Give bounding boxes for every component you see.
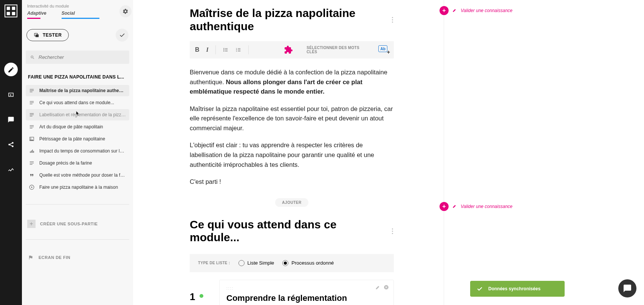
nav-item[interactable]: Quelle est votre méthode pour doser la f… xyxy=(26,169,129,181)
block1-body[interactable]: Bienvenue dans ce module dédié à la conf… xyxy=(190,68,394,187)
search-icon xyxy=(30,55,35,60)
nav-item-label: Faire une pizza napolitaine à la maison xyxy=(39,185,118,190)
svg-rect-11 xyxy=(30,92,33,92)
add-block-button[interactable]: AJOUTER xyxy=(275,198,308,207)
rail-edit-button[interactable] xyxy=(4,63,18,76)
nav-item-label: Pétrissage de la pâte napolitaine xyxy=(39,136,105,142)
chat-icon xyxy=(623,284,632,293)
svg-rect-36 xyxy=(225,51,228,51)
svg-rect-34 xyxy=(225,49,228,50)
search-input[interactable] xyxy=(39,54,125,60)
flag-icon xyxy=(28,255,33,260)
svg-point-5 xyxy=(12,142,14,144)
nav-item-icon xyxy=(29,136,35,142)
chat-launcher-button[interactable] xyxy=(618,279,636,297)
nav-item-icon xyxy=(29,100,35,105)
radio-ordered-process[interactable]: Processus ordonné xyxy=(282,260,334,266)
rail-share-button[interactable] xyxy=(4,137,18,151)
nav-item[interactable]: Faire une pizza napolitaine à la maison xyxy=(26,182,129,193)
svg-rect-1 xyxy=(12,7,15,10)
nav-item[interactable]: Art du disque de pâte napolitain xyxy=(26,121,129,132)
edit-step-icon[interactable] xyxy=(375,285,381,290)
svg-rect-16 xyxy=(30,114,34,115)
nav-item-icon xyxy=(29,185,35,190)
svg-rect-8 xyxy=(36,34,39,37)
svg-rect-15 xyxy=(30,113,34,114)
pen-icon xyxy=(452,203,457,210)
svg-rect-13 xyxy=(30,102,34,103)
interactivity-label: Interactivité du module xyxy=(26,3,129,9)
nav-item[interactable]: Maîtrise de la pizza napolitaine authent… xyxy=(26,85,129,96)
italic-button[interactable]: I xyxy=(206,46,209,53)
search-input-wrapper[interactable] xyxy=(26,51,129,64)
svg-rect-20 xyxy=(30,128,33,128)
block2-menu-button[interactable] xyxy=(386,228,394,234)
svg-text:3: 3 xyxy=(236,50,237,52)
svg-rect-0 xyxy=(7,7,10,10)
section-title: FAIRE UNE PIZZA NAPOLITAINE DANS L... xyxy=(26,74,129,80)
nav-item[interactable]: Pétrissage de la pâte napolitaine xyxy=(26,133,129,145)
svg-rect-3 xyxy=(12,12,15,15)
nav-item-icon xyxy=(29,124,35,129)
list-type-selector: TYPE DE LISTE : Liste Simple Processus o… xyxy=(190,254,394,272)
check-button[interactable] xyxy=(116,29,128,42)
rail-library-button[interactable] xyxy=(4,88,18,101)
rail-analytics-button[interactable] xyxy=(4,162,18,176)
block1-menu-button[interactable] xyxy=(386,17,394,23)
nav-item[interactable]: Ce qui vous attend dans ce module... xyxy=(26,97,129,108)
svg-rect-28 xyxy=(30,163,34,163)
pen-icon xyxy=(452,7,457,14)
svg-point-22 xyxy=(31,138,31,139)
settings-button[interactable] xyxy=(119,5,132,17)
block1-title[interactable]: Maîtrise de la pizza napolitaine authent… xyxy=(190,7,377,33)
tab-social[interactable]: Social xyxy=(62,11,75,18)
plus-circle-icon: + xyxy=(440,6,449,15)
step-title[interactable]: Comprendre la réglementation xyxy=(226,293,387,303)
svg-rect-24 xyxy=(31,151,32,153)
app-logo[interactable] xyxy=(5,5,17,17)
process-step-card[interactable]: :::: Comprendre la réglementation xyxy=(219,280,394,305)
bold-button[interactable]: B xyxy=(195,46,200,53)
nav-item-label: Maîtrise de la pizza napolitaine authent… xyxy=(39,88,126,93)
delete-step-icon[interactable] xyxy=(384,285,389,290)
tab-adaptive[interactable]: Adaptive xyxy=(27,11,46,18)
nav-item-label: Labellisation et réglementation de la pi… xyxy=(39,112,126,117)
nav-item-icon xyxy=(29,88,35,93)
puzzle-button[interactable] xyxy=(284,45,293,54)
end-screen-label: ECRAN DE FIN xyxy=(39,255,70,260)
svg-rect-38 xyxy=(238,48,240,49)
create-subpart-button[interactable]: + CRÉER UNE SOUS-PARTIE xyxy=(26,220,129,228)
step-dot-icon xyxy=(200,294,203,298)
validate-knowledge-button-1[interactable]: + Valider une connaissance xyxy=(444,6,512,15)
ordered-list-button[interactable]: 123 xyxy=(235,47,242,52)
svg-rect-18 xyxy=(30,125,34,126)
plus-circle-icon: + xyxy=(440,202,449,211)
tester-button[interactable]: TESTER xyxy=(26,29,69,41)
svg-rect-9 xyxy=(30,89,34,89)
nav-item[interactable]: Impact du temps de consommation sur la p… xyxy=(26,145,129,157)
drag-handle-icon[interactable]: :::: xyxy=(226,286,387,290)
svg-rect-12 xyxy=(30,101,34,102)
highlight-button[interactable]: Ab + xyxy=(378,45,389,54)
check-icon xyxy=(119,32,125,39)
validate-knowledge-button-2[interactable]: + Valider une connaissance xyxy=(444,202,512,211)
rail-chat-button[interactable] xyxy=(4,112,18,126)
svg-rect-26 xyxy=(33,151,34,153)
nav-item-icon xyxy=(29,148,35,154)
tester-label: TESTER xyxy=(43,32,62,38)
svg-rect-40 xyxy=(238,49,240,50)
end-screen-button[interactable]: ECRAN DE FIN xyxy=(26,255,129,260)
nav-item-label: Ce qui vous attend dans ce module... xyxy=(39,100,114,105)
svg-rect-2 xyxy=(7,12,10,15)
svg-rect-32 xyxy=(225,48,228,49)
nav-item-label: Dosage précis de la farine xyxy=(39,160,92,166)
nav-item[interactable]: Labellisation et réglementation de la pi… xyxy=(26,109,129,120)
unordered-list-button[interactable] xyxy=(223,47,229,52)
nav-item-icon xyxy=(29,173,35,178)
svg-point-4 xyxy=(8,144,10,146)
radio-simple-list[interactable]: Liste Simple xyxy=(238,260,274,266)
nav-item[interactable]: Dosage précis de la farine xyxy=(26,157,129,169)
block2-title[interactable]: Ce qui vous attend dans ce module... xyxy=(190,218,377,244)
select-keywords-button[interactable]: SÉLECTIONNER DES MOTS CLÉS xyxy=(307,46,368,54)
create-subpart-label: CRÉER UNE SOUS-PARTIE xyxy=(40,222,98,226)
